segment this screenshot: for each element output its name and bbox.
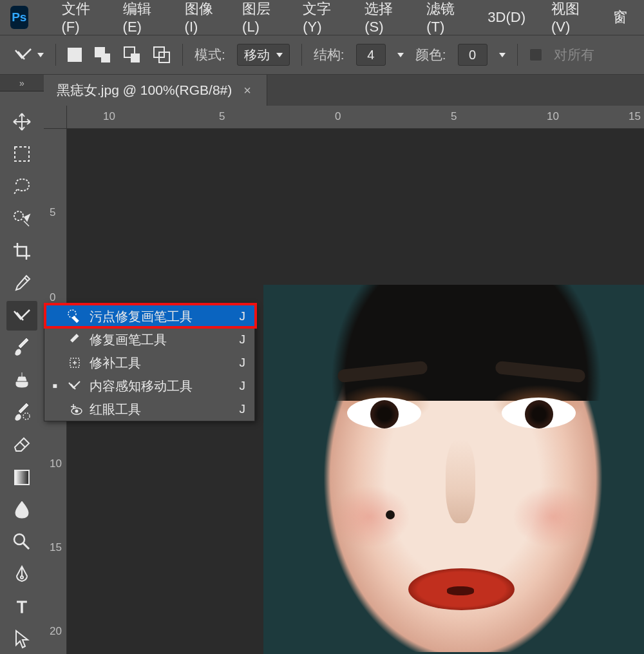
structure-stepper-icon[interactable] bbox=[397, 53, 404, 57]
menu-edit[interactable]: 编辑(E) bbox=[114, 0, 168, 38]
menubar: Ps 文件(F) 编辑(E) 图像(I) 图层(L) 文字(Y) 选择(S) 滤… bbox=[0, 0, 644, 35]
menu-filter[interactable]: 滤镜(T) bbox=[417, 0, 471, 38]
svg-rect-6 bbox=[15, 147, 29, 161]
menu-select[interactable]: 选择(S) bbox=[355, 0, 410, 38]
content-aware-move-tool[interactable] bbox=[6, 301, 37, 331]
brush-tool[interactable] bbox=[6, 333, 37, 363]
svg-rect-9 bbox=[15, 470, 29, 485]
flyout-healing-brush[interactable]: 修复画笔工具 J bbox=[44, 328, 254, 351]
sel-intersect-icon[interactable] bbox=[153, 46, 171, 64]
color-label: 颜色: bbox=[415, 46, 446, 64]
tab-title: 黑痣女.jpg @ 100%(RGB/8#) bbox=[57, 81, 232, 99]
color-value[interactable]: 0 bbox=[458, 44, 488, 66]
svg-rect-13 bbox=[71, 316, 79, 323]
tab-close-icon[interactable]: × bbox=[241, 83, 254, 98]
svg-rect-1 bbox=[101, 53, 110, 63]
mode-select[interactable]: 移动 bbox=[237, 44, 290, 66]
svg-point-17 bbox=[75, 410, 79, 413]
path-select-tool[interactable] bbox=[6, 624, 37, 654]
tabbar: 黑痣女.jpg @ 100%(RGB/8#) × bbox=[44, 75, 644, 106]
menu-image[interactable]: 图像(I) bbox=[176, 0, 225, 38]
sample-all-checkbox[interactable] bbox=[529, 48, 542, 61]
toolbox: T bbox=[0, 91, 44, 654]
crop-tool[interactable] bbox=[6, 236, 37, 266]
move-tool[interactable] bbox=[6, 107, 37, 137]
toolbox-expand[interactable] bbox=[0, 75, 44, 91]
optionsbar: 模式: 移动 结构: 4 颜色: 0 对所有 bbox=[0, 35, 644, 75]
document-tab[interactable]: 黑痣女.jpg @ 100%(RGB/8#) × bbox=[44, 75, 267, 106]
document-image bbox=[263, 285, 644, 654]
flyout-content-aware-move[interactable]: ■ 内容感知移动工具 J bbox=[44, 374, 254, 398]
sel-new-icon[interactable] bbox=[68, 48, 82, 62]
menu-file[interactable]: 文件(F) bbox=[53, 0, 106, 38]
healing-tool-flyout: 污点修复画笔工具 J 修复画笔工具 J 修补工具 J ■ 内容感知移动工具 J … bbox=[44, 304, 255, 421]
mode-label: 模式: bbox=[194, 46, 225, 64]
quick-select-tool[interactable] bbox=[6, 204, 37, 234]
svg-rect-3 bbox=[131, 53, 140, 63]
menu-layer[interactable]: 图层(L) bbox=[233, 0, 286, 38]
svg-rect-14 bbox=[70, 334, 79, 342]
menu-window[interactable]: 窗 bbox=[604, 5, 636, 30]
lasso-tool[interactable] bbox=[6, 171, 37, 201]
menu-3d[interactable]: 3D(D) bbox=[478, 6, 535, 28]
active-tool-marker: ■ bbox=[50, 381, 60, 390]
svg-point-8 bbox=[23, 413, 30, 419]
svg-text:T: T bbox=[17, 598, 27, 616]
dodge-tool[interactable] bbox=[6, 527, 37, 557]
flyout-patch[interactable]: 修补工具 J bbox=[44, 351, 254, 374]
sample-all-label: 对所有 bbox=[554, 46, 594, 64]
history-brush-tool[interactable] bbox=[6, 398, 37, 428]
color-stepper-icon[interactable] bbox=[499, 53, 506, 57]
flyout-spot-healing[interactable]: 污点修复画笔工具 J bbox=[44, 305, 254, 328]
ruler-horizontal[interactable]: 10 5 0 5 10 15 bbox=[67, 106, 644, 129]
ps-logo: Ps bbox=[10, 6, 28, 29]
spot-healing-icon bbox=[66, 308, 83, 325]
sel-subtract-icon[interactable] bbox=[123, 46, 141, 64]
content-aware-move-icon bbox=[66, 378, 83, 394]
flyout-red-eye[interactable]: 红眼工具 J bbox=[44, 398, 254, 421]
menu-view[interactable]: 视图(V) bbox=[542, 0, 596, 38]
svg-point-7 bbox=[14, 211, 23, 220]
gradient-tool[interactable] bbox=[6, 463, 37, 492]
eyedropper-tool[interactable] bbox=[6, 269, 37, 298]
text-tool[interactable]: T bbox=[6, 592, 37, 622]
tool-preset-icon[interactable] bbox=[13, 46, 44, 63]
svg-point-10 bbox=[14, 534, 24, 544]
structure-label: 结构: bbox=[314, 46, 345, 64]
healing-brush-icon bbox=[66, 331, 83, 348]
red-eye-icon bbox=[66, 401, 83, 418]
patch-icon bbox=[66, 354, 83, 371]
structure-value[interactable]: 4 bbox=[356, 44, 386, 66]
sel-add-icon[interactable] bbox=[93, 46, 111, 64]
menu-type[interactable]: 文字(Y) bbox=[294, 0, 348, 38]
blur-tool[interactable] bbox=[6, 495, 37, 524]
eraser-tool[interactable] bbox=[6, 430, 37, 460]
pen-tool[interactable] bbox=[6, 559, 37, 589]
clone-stamp-tool[interactable] bbox=[6, 365, 37, 395]
marquee-tool[interactable] bbox=[6, 139, 37, 169]
ruler-corner bbox=[44, 106, 67, 129]
